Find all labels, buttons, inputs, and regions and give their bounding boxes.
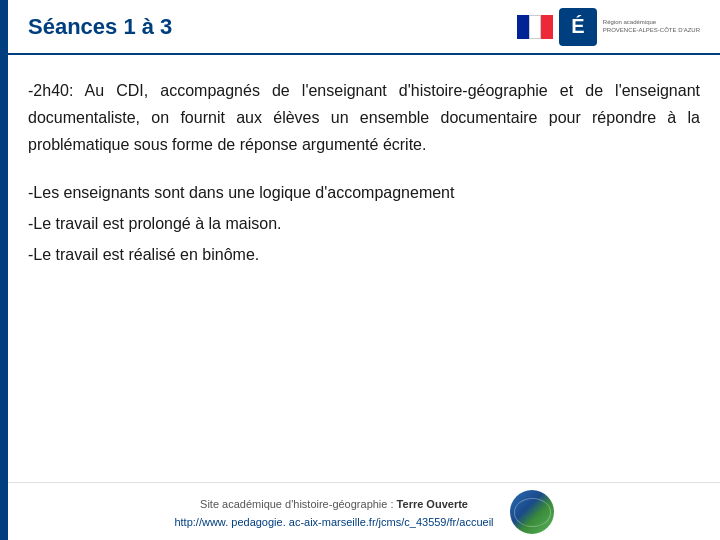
flag-white [529,15,541,39]
page-title: Séances 1 à 3 [28,14,172,40]
flag-blue [517,15,529,39]
footer-line2: http://www. pedagogie. ac-aix-marseille.… [174,512,493,530]
footer-line1: Site académique d'histoire-géographie : … [174,494,493,512]
logo-text-block: Région académique PROVENCE-ALPES-CÔTE D'… [603,19,700,35]
bullet-list: -Les enseignants sont dans une logique d… [28,179,700,269]
content-block: -2h40: Au CDI, accompagnés de l'enseigna… [28,77,700,159]
bullet-item-3: -Le travail est réalisé en binôme. [28,241,700,268]
logo-area: É Région académique PROVENCE-ALPES-CÔTE … [517,8,700,46]
french-flag [517,15,553,39]
bullet-item-2: -Le travail est prolongé à la maison. [28,210,700,237]
footer-url: http://www. pedagogie. ac-aix-marseille.… [174,516,493,528]
edu-logo: É [559,8,597,46]
page-container: Séances 1 à 3 É Région académique PROVEN… [0,0,720,540]
footer-text-block: Site académique d'histoire-géographie : … [174,494,493,530]
footer: Site académique d'histoire-géographie : … [8,482,720,540]
main-content: -2h40: Au CDI, accompagnés de l'enseigna… [28,57,700,480]
region-line1: Région académique [603,19,656,27]
globe-icon [510,490,554,534]
left-bar [0,0,8,540]
edu-letter: É [571,15,584,38]
region-line2: PROVENCE-ALPES-CÔTE D'AZUR [603,27,700,35]
flag-red [541,15,553,39]
footer-site-label: Site académique d'histoire-géographie : [200,498,397,510]
main-paragraph: -2h40: Au CDI, accompagnés de l'enseigna… [28,77,700,159]
footer-site-name: Terre Ouverte [397,498,468,510]
bullet-item-1: -Les enseignants sont dans une logique d… [28,179,700,206]
header: Séances 1 à 3 É Région académique PROVEN… [8,0,720,55]
